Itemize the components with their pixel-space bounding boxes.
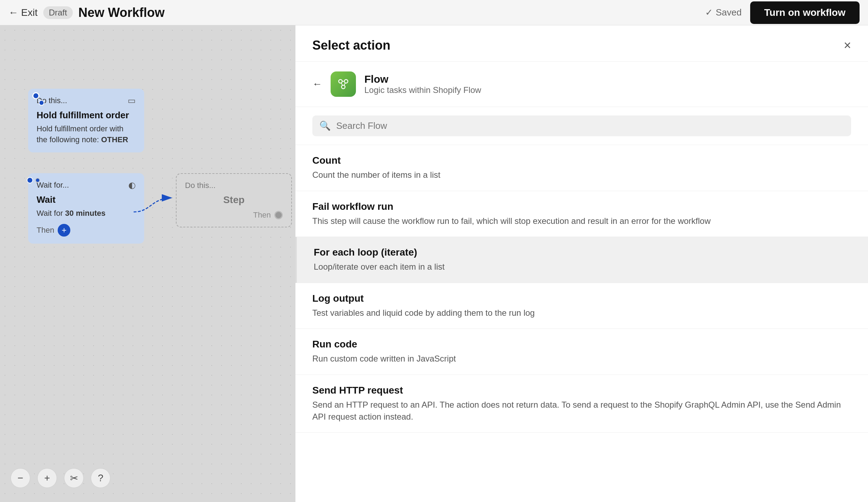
svg-point-3 [342, 85, 345, 89]
saved-status: ✓ Saved [705, 7, 742, 18]
workflow-canvas: Do this... ▭ Hold fulfillment order Hold… [0, 25, 295, 502]
action-foreach-desc: Loop/iterate over each item in a list [314, 261, 851, 273]
header-left: ← Exit Draft New Workflow [8, 5, 165, 20]
then-label: Then [37, 226, 54, 235]
hold-fulfillment-card: Do this... ▭ Hold fulfillment order Hold… [28, 89, 144, 152]
action-item-count[interactable]: Count Count the number of items in a lis… [295, 145, 868, 191]
action-count-title: Count [312, 155, 851, 166]
action-run-code-title: Run code [312, 339, 851, 350]
saved-label: Saved [716, 7, 742, 18]
action-http-title: Send HTTP request [312, 385, 851, 396]
hold-card-desc: Hold fulfillment order with the followin… [37, 124, 136, 145]
action-count-desc: Count the number of items in a list [312, 169, 851, 181]
saved-check-icon: ✓ [705, 7, 713, 18]
exit-button[interactable]: ← Exit [8, 7, 38, 18]
search-input[interactable] [336, 120, 844, 131]
exit-arrow-icon: ← [8, 7, 18, 18]
action-item-log-output[interactable]: Log output Test variables and liquid cod… [295, 283, 868, 329]
step-card-do-label: Do this... [185, 181, 216, 190]
wait-card-footer: Then + [37, 224, 136, 237]
canvas-toolbar: − + ✂ ? [11, 468, 110, 488]
action-fail-title: Fail workflow run [312, 201, 851, 212]
clock-icon: ◐ [128, 180, 136, 190]
zoom-in-button[interactable]: + [37, 468, 57, 488]
step-card-header: Do this... [185, 181, 283, 190]
workflow-title: New Workflow [78, 5, 165, 20]
svg-point-2 [344, 80, 348, 83]
draft-badge: Draft [43, 6, 73, 19]
search-icon: 🔍 [319, 120, 331, 131]
wait-card-label: Wait for... [37, 181, 69, 190]
monitor-icon: ▭ [128, 96, 136, 106]
action-log-title: Log output [312, 293, 851, 304]
right-panel: Select action × ← Flow Logic tasks withi… [295, 25, 868, 502]
wait-card-desc: Wait for 30 minutes [37, 208, 136, 219]
wait-dot-inner [35, 178, 40, 183]
zoom-out-icon: − [18, 472, 23, 484]
panel-title: Select action [312, 38, 390, 53]
zoom-out-button[interactable]: − [11, 468, 30, 488]
svg-line-5 [341, 83, 343, 86]
search-input-wrapper: 🔍 [312, 115, 851, 136]
action-item-run-code[interactable]: Run code Run custom code written in Java… [295, 329, 868, 375]
step-card-footer: Then [185, 211, 283, 220]
step-then-label: Then [253, 211, 271, 220]
exit-label: Exit [21, 7, 38, 18]
help-icon: ? [98, 472, 103, 484]
hold-card-header: Do this... ▭ [37, 96, 136, 106]
scissors-button[interactable]: ✂ [64, 468, 84, 488]
action-log-desc: Test variables and liquid code by adding… [312, 307, 851, 319]
flow-name: Flow [364, 73, 481, 85]
action-list: Count Count the number of items in a lis… [295, 145, 868, 502]
card-connector-dot [32, 92, 39, 99]
help-button[interactable]: ? [91, 468, 110, 488]
scissors-icon: ✂ [70, 472, 78, 484]
add-step-button[interactable]: + [58, 224, 70, 237]
panel-header: Select action × [295, 25, 868, 62]
action-item-send-http[interactable]: Send HTTP request Send an HTTP request t… [295, 375, 868, 433]
zoom-in-icon: + [44, 472, 50, 484]
step-card: Do this... Step Then [176, 173, 292, 227]
search-container: 🔍 [295, 107, 868, 145]
wait-dot-outer [27, 177, 33, 183]
flow-info: Flow Logic tasks within Shopify Flow [364, 73, 481, 95]
wait-card: Wait for... ◐ Wait Wait for 30 minutes T… [28, 173, 144, 244]
card-connector-dot2 [39, 100, 44, 106]
wait-card-title: Wait [37, 194, 136, 205]
flow-icon [331, 71, 356, 97]
flow-description: Logic tasks within Shopify Flow [364, 85, 481, 95]
back-button[interactable]: ← [312, 79, 322, 90]
hold-card-title: Hold fulfillment order [37, 110, 136, 121]
wait-card-header: Wait for... ◐ [37, 180, 136, 190]
step-card-title: Step [185, 194, 283, 206]
turn-on-button[interactable]: Turn on workflow [750, 1, 860, 24]
flow-header: ← Flow Logic tasks within Shopify Flow [295, 62, 868, 107]
action-item-for-each[interactable]: For each loop (iterate) Loop/iterate ove… [295, 237, 868, 283]
action-http-desc: Send an HTTP request to an API. The acti… [312, 399, 851, 422]
svg-line-6 [344, 83, 345, 86]
header-right: ✓ Saved Turn on workflow [705, 1, 860, 24]
action-run-code-desc: Run custom code written in JavaScript [312, 353, 851, 365]
header: ← Exit Draft New Workflow ✓ Saved Turn o… [0, 0, 868, 25]
svg-point-1 [339, 80, 342, 83]
step-then-dot [274, 211, 283, 219]
action-foreach-title: For each loop (iterate) [314, 247, 851, 258]
close-panel-button[interactable]: × [844, 38, 851, 53]
action-fail-desc: This step will cause the workflow run to… [312, 215, 851, 227]
action-item-fail-workflow[interactable]: Fail workflow run This step will cause t… [295, 191, 868, 237]
